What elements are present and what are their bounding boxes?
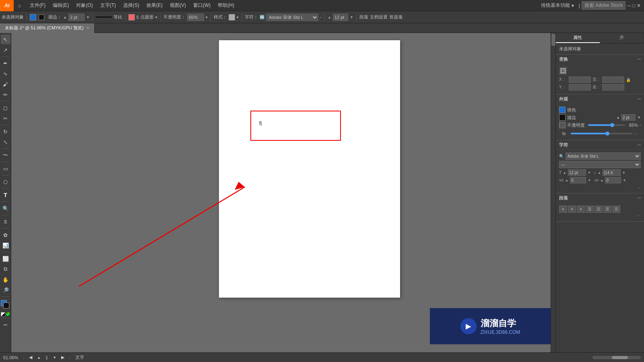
opacity-slider[interactable] — [588, 124, 625, 126]
font-size-field[interactable] — [568, 169, 586, 176]
stroke-color-swatch[interactable] — [39, 14, 44, 20]
h-scroll-thumb[interactable] — [612, 356, 628, 359]
point-shape-dropdown[interactable]: ▾ — [155, 15, 157, 19]
fill-color-swatch[interactable] — [30, 14, 36, 21]
menu-view[interactable]: 视图(V) — [167, 1, 189, 10]
align-justify2-btn[interactable]: ☰ — [594, 206, 603, 213]
prev-page-btn[interactable]: ◀ — [29, 355, 32, 360]
stroke-box[interactable] — [3, 302, 9, 309]
menu-select[interactable]: 选择(S) — [120, 1, 142, 10]
curvature-tool[interactable]: ∿ — [1, 69, 10, 78]
menu-effect[interactable]: 效果(E) — [143, 1, 166, 10]
align-justify-btn[interactable]: ☰ — [586, 206, 594, 213]
menu-file[interactable]: 文件(F) — [27, 1, 49, 10]
tab-document[interactable]: 未标题-1* @ 51.06% (CMYK/GPU 预览) ✕ — [0, 23, 95, 33]
selection-tool[interactable]: ↖ — [1, 35, 10, 44]
fx-more[interactable]: ··· — [634, 132, 638, 136]
opacity-expand-icon[interactable]: › — [640, 123, 641, 127]
restore-button[interactable]: □ — [632, 3, 635, 8]
symbol-sprayer-tool[interactable]: ✿ — [1, 230, 10, 240]
font-size-down-icon[interactable]: ▼ — [350, 15, 353, 19]
home-button[interactable]: ⌂ — [14, 0, 25, 11]
menu-window[interactable]: 窗口(W) — [190, 1, 214, 10]
zoom-tool[interactable]: 🔎 — [1, 285, 10, 295]
v-scroll-thumb[interactable] — [551, 34, 555, 46]
track-down-icon[interactable]: ▼ — [623, 179, 626, 182]
char-section-more[interactable]: ··· — [559, 185, 641, 191]
color-mode-icon[interactable] — [6, 312, 10, 317]
transform-more[interactable]: ··· — [638, 57, 641, 62]
opacity-dropdown[interactable]: ▾ — [206, 15, 208, 19]
page-down-icon[interactable]: ▼ — [53, 356, 56, 360]
canvas-area[interactable]: I| ▶ 溜溜自学 ZIXUE.3D66.COM — [11, 33, 555, 352]
next-page-btn[interactable]: ▶ — [61, 355, 64, 360]
menu-object[interactable]: 对象(O) — [73, 1, 96, 10]
more-tools[interactable]: ••• — [1, 320, 10, 330]
leading-down-icon[interactable]: ▼ — [622, 171, 625, 175]
none-color-icon[interactable] — [1, 312, 5, 317]
slice-tool[interactable]: ⧉ — [1, 264, 10, 274]
eraser-tool[interactable]: ◻ — [1, 103, 10, 113]
align-grid-icon[interactable] — [559, 67, 567, 75]
opacity-input[interactable] — [187, 14, 204, 21]
page-up-icon[interactable]: ▲ — [37, 356, 41, 360]
interp-up-icon[interactable]: ▲ — [63, 15, 67, 19]
blend-tool[interactable]: ⧖ — [1, 217, 10, 226]
kern-down-icon[interactable]: ▼ — [588, 179, 591, 182]
para-section-more[interactable]: ··· — [559, 213, 641, 219]
font-minus-icon[interactable]: - — [320, 14, 322, 20]
font-size-down-icon-panel[interactable]: ▼ — [588, 171, 591, 175]
leading-up-icon[interactable]: ▲ — [598, 171, 601, 175]
h-input[interactable] — [602, 84, 624, 90]
search-stock-input[interactable]: 搜索 Adobe Stock — [582, 1, 625, 10]
align-left-btn[interactable]: ≡ — [559, 206, 567, 213]
stroke-down-icon[interactable]: ▼ — [637, 115, 641, 119]
menu-help[interactable]: 帮助(H) — [215, 1, 237, 10]
hand-tool[interactable]: ✋ — [1, 275, 10, 284]
align-justify-full-btn[interactable]: ☰ — [612, 206, 620, 213]
interp-down-icon[interactable]: ▼ — [86, 15, 90, 19]
scissors-tool[interactable]: ✂ — [1, 113, 10, 123]
char-more[interactable]: ··· — [638, 143, 641, 147]
column-graph-tool[interactable]: 📊 — [1, 241, 10, 250]
fill-color-panel[interactable] — [559, 107, 566, 113]
kern-input[interactable] — [570, 177, 586, 183]
leading-field[interactable] — [603, 169, 621, 176]
scale-tool[interactable]: ⤡ — [1, 137, 10, 147]
y-input[interactable] — [569, 84, 591, 90]
fx-thumb[interactable] — [605, 132, 609, 136]
paintbrush-tool[interactable]: 🖌 — [1, 79, 10, 89]
font-size-input[interactable] — [333, 14, 348, 21]
w-input[interactable] — [602, 76, 624, 83]
menu-text[interactable]: 文字(T) — [97, 1, 119, 10]
kern-up-icon[interactable]: ▲ — [565, 179, 568, 182]
stroke-up-icon[interactable]: ▲ — [616, 115, 620, 119]
minimize-button[interactable]: ─ — [627, 3, 631, 8]
stroke-value-input[interactable] — [621, 114, 636, 121]
style-swatch[interactable] — [229, 14, 235, 21]
h-scrollbar[interactable] — [592, 356, 641, 359]
rectangle-tool[interactable]: ▭ — [1, 164, 10, 173]
rotate-tool[interactable]: ↻ — [1, 127, 10, 136]
menu-edit[interactable]: 编辑(E) — [50, 1, 72, 10]
tab-close-icon[interactable]: ✕ — [86, 26, 89, 30]
appearance-more[interactable]: ··· — [638, 97, 641, 101]
eyedropper-tool[interactable]: 🔍 — [1, 204, 10, 213]
font-style-select[interactable]: — — [559, 161, 641, 168]
x-input[interactable] — [569, 76, 591, 83]
font-size-up-icon-panel[interactable]: ▲ — [563, 171, 566, 175]
v-scrollbar[interactable] — [551, 33, 555, 352]
style-dropdown[interactable]: ▾ — [237, 15, 239, 19]
doc-settings-label[interactable]: 文档设置 — [370, 14, 388, 20]
font-select[interactable]: Adobe 宋体 Std L — [266, 14, 318, 21]
pen-tool[interactable]: ✒ — [1, 58, 10, 68]
close-button[interactable]: ✕ — [637, 3, 641, 8]
lock-icon[interactable]: 🔒 — [626, 78, 631, 82]
align-justify3-btn[interactable]: ☰ — [603, 206, 611, 213]
track-up-icon[interactable]: ▲ — [601, 179, 604, 182]
point-color-swatch[interactable] — [128, 14, 135, 21]
panel-tab-sequence[interactable]: 序 — [600, 33, 644, 43]
prefs-label[interactable]: 首选项 — [389, 14, 402, 20]
align-center-btn[interactable]: ≡ — [568, 206, 576, 213]
stroke-color-panel[interactable] — [559, 114, 566, 121]
